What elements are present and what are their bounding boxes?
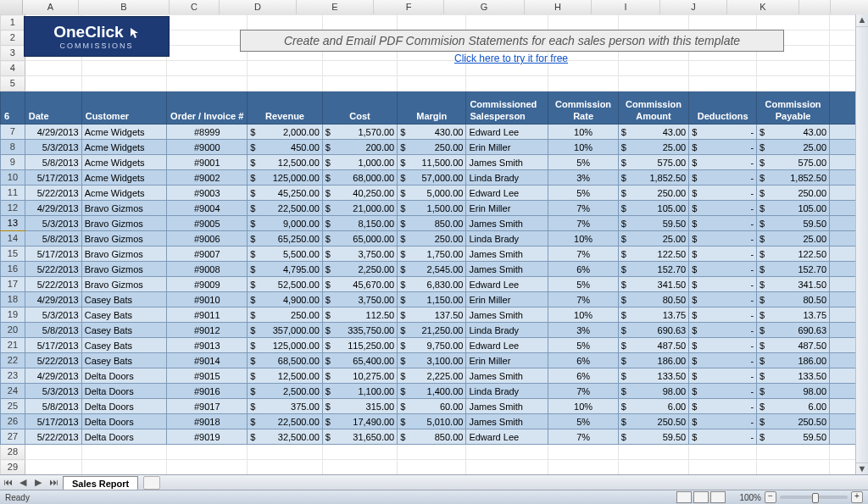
cell-revenue[interactable]: $357,000.00: [248, 323, 322, 338]
cell-revenue[interactable]: $4,795.00: [248, 262, 322, 277]
cell-deductions[interactable]: $-: [689, 262, 757, 277]
cell-rate[interactable]: 10%: [548, 125, 618, 140]
cell-customer[interactable]: Delta Doors: [81, 399, 166, 414]
cell[interactable]: [466, 15, 548, 30]
cell-margin[interactable]: $1,750.00: [398, 246, 466, 262]
cell[interactable]: [830, 414, 856, 429]
cell-amount[interactable]: $80.50: [618, 292, 689, 307]
select-all-corner[interactable]: [0, 0, 23, 14]
cell[interactable]: [830, 292, 856, 307]
cell-salesperson[interactable]: James Smith: [466, 155, 548, 170]
cell-deductions[interactable]: $-: [689, 353, 757, 368]
cell-payable[interactable]: $690.63: [757, 323, 830, 338]
row-header[interactable]: 26: [1, 414, 25, 429]
cell[interactable]: [830, 262, 856, 277]
cell-date[interactable]: 4/29/2013: [25, 201, 81, 216]
col-header[interactable]: E: [297, 0, 374, 14]
cell-amount[interactable]: $250.50: [618, 414, 689, 429]
row-header[interactable]: 15: [1, 246, 25, 262]
row-header[interactable]: 28: [1, 445, 25, 460]
cell-revenue[interactable]: $12,500.00: [248, 155, 322, 170]
cell-order[interactable]: #9004: [167, 201, 248, 216]
cell-cost[interactable]: $8,150.00: [322, 216, 397, 231]
cell-order[interactable]: #9005: [167, 216, 248, 231]
cell[interactable]: [81, 76, 166, 91]
cell[interactable]: [689, 76, 757, 91]
cell[interactable]: [466, 76, 548, 91]
try-free-link[interactable]: Click here to try it for free: [240, 53, 782, 64]
cell[interactable]: [689, 445, 757, 460]
cell-amount[interactable]: $152.70: [618, 262, 689, 277]
view-mode-buttons[interactable]: [676, 491, 726, 503]
row-header[interactable]: 27: [1, 429, 25, 445]
tab-nav-next-icon[interactable]: ▶: [31, 476, 45, 490]
cell-amount[interactable]: $341.50: [618, 277, 689, 292]
cell-order[interactable]: #9017: [167, 399, 248, 414]
cell-rate[interactable]: 3%: [548, 323, 618, 338]
cell-cost[interactable]: $40,250.00: [322, 186, 397, 201]
cell-amount[interactable]: $250.00: [618, 186, 689, 201]
row-header[interactable]: 11: [1, 186, 25, 201]
cell-margin[interactable]: $850.00: [398, 216, 466, 231]
cell-rate[interactable]: 6%: [548, 262, 618, 277]
table-header-cell[interactable]: Order / Invoice #: [167, 91, 248, 125]
cell-payable[interactable]: $487.50: [757, 338, 830, 353]
cell-rate[interactable]: 7%: [548, 429, 618, 445]
row-header[interactable]: 29: [1, 460, 25, 475]
cell[interactable]: [25, 460, 81, 475]
cell-deductions[interactable]: $-: [689, 277, 757, 292]
cell-amount[interactable]: $6.00: [618, 399, 689, 414]
table-header-cell[interactable]: [830, 91, 856, 125]
cell-customer[interactable]: Casey Bats: [81, 292, 166, 307]
cell-customer[interactable]: Bravo Gizmos: [81, 277, 166, 292]
cell-customer[interactable]: Delta Doors: [81, 429, 166, 445]
cell-deductions[interactable]: $-: [689, 384, 757, 399]
cell-customer[interactable]: Casey Bats: [81, 307, 166, 323]
cell-date[interactable]: 5/8/2013: [25, 323, 81, 338]
cell-deductions[interactable]: $-: [689, 231, 757, 246]
cell-cost[interactable]: $45,670.00: [322, 277, 397, 292]
cell[interactable]: [830, 323, 856, 338]
cell-amount[interactable]: $98.00: [618, 384, 689, 399]
cell-deductions[interactable]: $-: [689, 201, 757, 216]
cell-order[interactable]: #9015: [167, 368, 248, 384]
table-header-cell[interactable]: Customer: [81, 91, 166, 125]
cell[interactable]: [167, 46, 248, 61]
row-header[interactable]: 24: [1, 384, 25, 399]
cell[interactable]: [548, 76, 618, 91]
row-header[interactable]: 6: [1, 91, 25, 125]
cell-payable[interactable]: $59.50: [757, 216, 830, 231]
table-header-cell[interactable]: Deductions: [689, 91, 757, 125]
cell-payable[interactable]: $152.70: [757, 262, 830, 277]
vertical-scrollbar[interactable]: ▲ ▼: [855, 14, 868, 475]
tab-nav-prev-icon[interactable]: ◀: [16, 476, 30, 490]
cell-date[interactable]: 5/8/2013: [25, 231, 81, 246]
cell[interactable]: [830, 216, 856, 231]
cell[interactable]: [757, 76, 830, 91]
cell-revenue[interactable]: $65,250.00: [248, 231, 322, 246]
cell-rate[interactable]: 10%: [548, 140, 618, 155]
cell-date[interactable]: 5/3/2013: [25, 384, 81, 399]
cell-deductions[interactable]: $-: [689, 338, 757, 353]
cell[interactable]: [757, 15, 830, 30]
cell-margin[interactable]: $21,250.00: [398, 323, 466, 338]
cell-order[interactable]: #9009: [167, 277, 248, 292]
cell[interactable]: [830, 445, 856, 460]
table-header-cell[interactable]: CommissionRate: [548, 91, 618, 125]
cell-cost[interactable]: $1,570.00: [322, 125, 397, 140]
cell-margin[interactable]: $5,010.00: [398, 414, 466, 429]
cell[interactable]: [322, 460, 397, 475]
scroll-down-icon[interactable]: ▼: [856, 462, 868, 475]
row-header[interactable]: 23: [1, 368, 25, 384]
cell[interactable]: [167, 61, 248, 76]
cell-margin[interactable]: $1,150.00: [398, 292, 466, 307]
cell-salesperson[interactable]: Edward Lee: [466, 125, 548, 140]
cell[interactable]: [322, 445, 397, 460]
cell-deductions[interactable]: $-: [689, 399, 757, 414]
cell-margin[interactable]: $3,100.00: [398, 353, 466, 368]
cell-payable[interactable]: $105.00: [757, 201, 830, 216]
cell-rate[interactable]: 3%: [548, 170, 618, 186]
cell-amount[interactable]: $133.50: [618, 368, 689, 384]
cell[interactable]: [830, 277, 856, 292]
cell-payable[interactable]: $80.50: [757, 292, 830, 307]
